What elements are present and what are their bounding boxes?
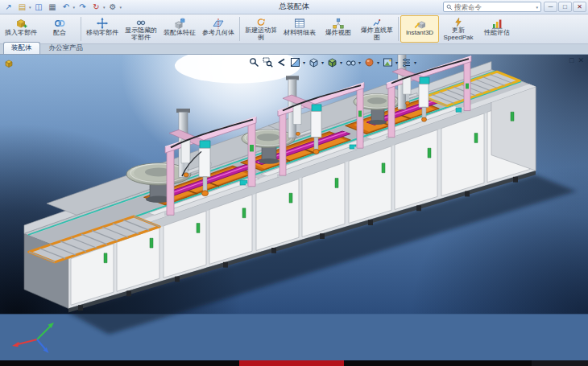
- ribbon-separator: [398, 17, 399, 41]
- ribbon-label: 性能评估: [484, 30, 510, 37]
- graphics-viewport[interactable]: ▾ ▾ ▾ ▾ ▾ ▾ ▾: [0, 55, 588, 360]
- forward-icon[interactable]: ↗: [2, 2, 14, 13]
- move-component-button[interactable]: 移动零部件: [83, 15, 122, 43]
- options-caret-icon[interactable]: ▾: [120, 5, 122, 10]
- mate-icon: [53, 17, 66, 30]
- assembly-document-icon: [4, 59, 14, 68]
- exploded-view-icon: [332, 17, 345, 30]
- heads-up-view-toolbar: ▾ ▾ ▾ ▾ ▾ ▾ ▾: [248, 56, 416, 68]
- assembly-features-button[interactable]: 装配体特征: [160, 15, 199, 43]
- model-window-controls: □ ✕: [569, 56, 584, 64]
- bom-table-icon: [293, 17, 306, 30]
- hud-caret-icon[interactable]: ▾: [321, 60, 324, 65]
- ribbon-label: 显示隐藏的零部件: [122, 27, 159, 42]
- mate-button[interactable]: 配合: [40, 15, 79, 43]
- hud-caret-icon[interactable]: ▾: [340, 60, 342, 65]
- ribbon-label: 配合: [53, 30, 66, 37]
- command-manager-tabs: 装配体 办公室产品: [0, 44, 588, 55]
- hud-caret-icon[interactable]: ▾: [303, 60, 305, 65]
- minimize-button[interactable]: ─: [544, 2, 557, 12]
- edit-appearance-icon[interactable]: [363, 56, 375, 68]
- reference-geometry-button[interactable]: 参考几何体: [199, 15, 238, 43]
- model-restore-button[interactable]: □: [569, 56, 574, 64]
- bill-of-materials-button[interactable]: 材料明细表: [280, 15, 319, 43]
- model-close-button[interactable]: ✕: [578, 56, 584, 64]
- instant3d-button[interactable]: Instant3D: [400, 15, 439, 43]
- command-search[interactable]: ▾: [443, 2, 541, 12]
- feature-manager-collapsed[interactable]: [4, 59, 14, 68]
- tab-office-products[interactable]: 办公室产品: [41, 42, 92, 54]
- ribbon-label: 参考几何体: [202, 30, 234, 37]
- insert-component-button[interactable]: 插入零部件: [2, 15, 40, 43]
- command-manager-ribbon: 插入零部件 配合 移动零部件: [0, 14, 588, 44]
- ribbon-label: 移动零部件: [86, 30, 118, 37]
- quick-access-toolbar: ↗ ▤ ▾ ◫ ▦ ↶ ▾ ↷ ↻ ▾ ⚙ ▾: [2, 2, 122, 13]
- options-gear-icon[interactable]: ⚙: [107, 2, 119, 13]
- view-settings-icon[interactable]: [400, 56, 412, 68]
- reference-triad: [6, 315, 58, 356]
- ribbon-label: Instant3D: [406, 30, 433, 37]
- save-icon[interactable]: ◫: [33, 2, 45, 13]
- insert-component-icon: [14, 17, 27, 30]
- zoom-to-area-icon[interactable]: [262, 56, 273, 68]
- move-component-icon: [96, 17, 109, 30]
- redo-icon[interactable]: ↷: [77, 2, 89, 13]
- hud-caret-icon[interactable]: ▾: [414, 60, 416, 65]
- title-bar: ↗ ▤ ▾ ◫ ▦ ↶ ▾ ↷ ↻ ▾ ⚙ ▾ 总装配体 ▾ ─ □ ✕: [0, 0, 588, 14]
- maximize-button[interactable]: □: [558, 2, 572, 12]
- ribbon-label: 插入零部件: [5, 30, 37, 37]
- search-caret-icon[interactable]: ▾: [536, 5, 538, 10]
- ribbon-label: 材料明细表: [284, 30, 316, 37]
- ribbon-label: 装配体特征: [164, 30, 196, 37]
- ribbon-label: 更新 SpeedPak: [440, 27, 477, 42]
- open-icon[interactable]: ▤: [16, 2, 28, 13]
- ribbon-label: 爆炸视图: [325, 30, 351, 37]
- ribbon-label: 爆炸直线草图: [358, 27, 395, 42]
- zoom-to-fit-icon[interactable]: [248, 56, 259, 68]
- status-bar: [0, 360, 588, 366]
- apply-scene-icon[interactable]: [382, 56, 393, 68]
- ribbon-label: 新建运动算例: [242, 27, 280, 42]
- view-orientation-icon[interactable]: [308, 56, 319, 68]
- status-segment: [532, 360, 588, 366]
- rebuild-icon[interactable]: ↻: [90, 2, 102, 13]
- undo-caret-icon[interactable]: ▾: [73, 5, 76, 10]
- hud-caret-icon[interactable]: ▾: [395, 60, 398, 65]
- hud-caret-icon[interactable]: ▾: [377, 60, 379, 65]
- instant3d-icon: [413, 17, 426, 30]
- solidworks-window: ↗ ▤ ▾ ◫ ▦ ↶ ▾ ↷ ↻ ▾ ⚙ ▾ 总装配体 ▾ ─ □ ✕: [0, 0, 588, 366]
- reference-geometry-icon: [212, 17, 225, 30]
- performance-evaluation-button[interactable]: 性能评估: [478, 15, 516, 43]
- print-icon[interactable]: ▦: [47, 2, 59, 13]
- 3d-scene[interactable]: [0, 55, 588, 360]
- open-caret-icon[interactable]: ▾: [29, 5, 31, 10]
- ribbon-separator: [239, 17, 240, 41]
- update-speedpak-button[interactable]: 更新 SpeedPak: [439, 15, 478, 43]
- search-input[interactable]: [454, 3, 535, 11]
- new-motion-study-button[interactable]: 新建运动算例: [242, 15, 280, 43]
- assembly-features-icon: [173, 17, 186, 30]
- document-title: 总装配体: [279, 2, 309, 12]
- close-button[interactable]: ✕: [573, 2, 586, 12]
- search-icon: [446, 4, 453, 10]
- hide-show-items-icon[interactable]: [345, 56, 356, 68]
- show-hidden-components-button[interactable]: 显示隐藏的零部件: [122, 15, 160, 43]
- display-style-icon[interactable]: [326, 56, 337, 68]
- undo-icon[interactable]: ↶: [60, 2, 72, 13]
- status-indicator: [239, 360, 344, 366]
- window-controls: ─ □ ✕: [544, 2, 586, 12]
- previous-view-icon[interactable]: [275, 56, 287, 68]
- ribbon-separator: [81, 17, 81, 41]
- section-view-icon[interactable]: [289, 56, 300, 68]
- tab-assembly[interactable]: 装配体: [3, 42, 40, 54]
- explode-line-sketch-button[interactable]: 爆炸直线草图: [358, 15, 396, 43]
- exploded-view-button[interactable]: 爆炸视图: [319, 15, 358, 43]
- performance-evaluation-icon: [491, 17, 503, 30]
- hud-caret-icon[interactable]: ▾: [358, 60, 361, 65]
- rebuild-caret-icon[interactable]: ▾: [103, 5, 106, 10]
